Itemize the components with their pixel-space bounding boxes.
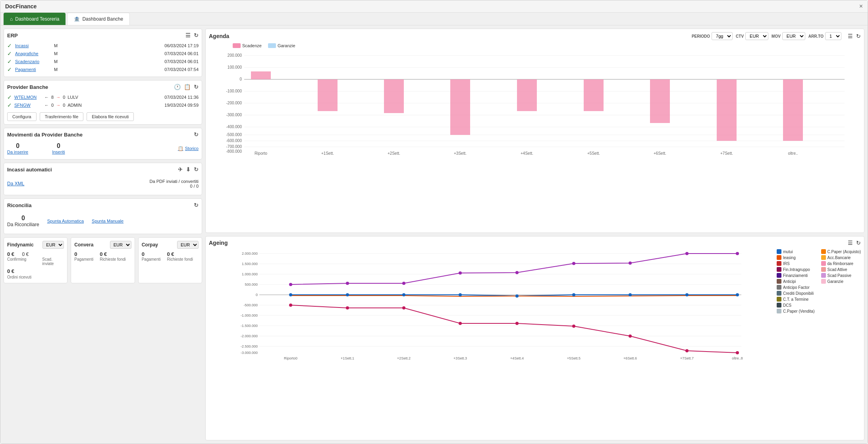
tab-dashboard-banche[interactable]: 🏦 Dashboard Banche [67, 13, 130, 25]
svg-text:-1.500.000: -1.500.000 [241, 324, 258, 328]
arrow-left-sfngw: ← [44, 103, 49, 108]
trasferimento-file-button[interactable]: Trasferimento file [40, 112, 84, 121]
convera-currency-select[interactable]: EUR [110, 241, 131, 249]
title-bar: DocFinance × [0, 0, 868, 13]
legend-garanzie: Garanzie [268, 43, 295, 48]
check-sfngw: ✓ [7, 102, 12, 108]
anticipo-factor-label: Anticipo Factor [783, 285, 810, 290]
periodo-label: PERIODO [692, 34, 710, 38]
tab-tesoreria-label: Dashboard Tesoreria [15, 16, 59, 22]
inseriti-link[interactable]: Inseriti [52, 150, 65, 154]
svg-text:+2Sett.2: +2Sett.2 [397, 356, 411, 360]
legend-leasing: leasing [777, 255, 815, 260]
svg-point-70 [346, 293, 349, 296]
spunta-automatica-link[interactable]: Spunta Automatica [47, 219, 84, 223]
provider-link-sfngw[interactable]: SFNGW [14, 103, 42, 108]
download-icon[interactable]: ⬇ [186, 166, 191, 173]
da-riconciliare-value: 0 [7, 215, 39, 222]
irs-dot [777, 261, 781, 266]
arrow-right-wtelmon: → [56, 95, 60, 100]
leasing-dot [777, 255, 781, 260]
findynamic-currency-select[interactable]: EUR [42, 241, 64, 249]
menu-icon[interactable]: ☰ [185, 32, 191, 38]
svg-text:oltre..8: oltre..8 [732, 356, 743, 360]
ct-termine-dot [777, 297, 781, 302]
erp-link-scadenzario[interactable]: Scadenzario [15, 59, 51, 64]
refresh-icon-agenda[interactable]: ↻ [856, 33, 861, 39]
mov-select[interactable]: EUR [782, 32, 805, 40]
provider-link-wtelmon[interactable]: WTELMON [14, 95, 42, 100]
erp-link-anagrafiche[interactable]: Anagrafiche [15, 51, 51, 56]
spunta-manuale-link[interactable]: Spunta Manuale [92, 219, 123, 223]
tab-dashboard-tesoreria[interactable]: ⌂ Dashboard Tesoreria [4, 13, 66, 25]
svg-point-69 [289, 293, 292, 296]
menu-icon-ageing[interactable]: ☰ [848, 240, 853, 246]
refresh-icon[interactable]: ↻ [194, 32, 199, 38]
arrow-right-sfngw: → [56, 103, 60, 108]
inserire-link[interactable]: Da inserire [7, 150, 28, 154]
arr-to-select[interactable]: 1 [825, 32, 841, 40]
svg-point-60 [289, 283, 292, 286]
scad-passive-dot [821, 273, 826, 278]
clock-icon[interactable]: 🕐 [174, 84, 181, 90]
anticipi-dot [777, 279, 781, 284]
svg-text:-400.000: -400.000 [226, 125, 242, 129]
svg-point-71 [402, 293, 405, 296]
mutui-label: mutui [783, 250, 793, 254]
da-rimborsare-dot [821, 261, 826, 266]
da-rimborsare-label: da Rimborsare [827, 261, 854, 266]
ctv-select[interactable]: EUR [745, 32, 768, 40]
arrow-left-wtelmon: ← [44, 95, 49, 100]
line-finanziamenti [291, 254, 737, 284]
erp-m-incassi: M [54, 43, 62, 48]
svg-point-61 [346, 282, 349, 285]
riconcilia-icons: ↻ [194, 202, 199, 208]
erp-date-anagrafiche: 07/03/2024 06:01 [164, 51, 199, 56]
svg-text:-2.000.000: -2.000.000 [241, 334, 258, 338]
corpay-currency-select[interactable]: EUR [177, 241, 199, 249]
periodo-select[interactable]: 7gg [712, 32, 733, 40]
svg-point-86 [736, 351, 739, 354]
mov-filter: MOV EUR [772, 32, 805, 40]
line-scad-passive [291, 305, 737, 353]
cpaper-vendita-label: C.Paper (Vendita) [783, 309, 815, 313]
erp-icons: ☰ ↻ [185, 32, 199, 38]
close-button[interactable]: × [859, 3, 863, 10]
erp-panel: ERP ☰ ↻ ✓ Incassi M 06/03/2024 17:19 ✓ A… [4, 29, 202, 77]
refresh-icon-ageing[interactable]: ↻ [856, 240, 861, 246]
check-icon-anagrafiche: ✓ [7, 50, 12, 57]
erp-link-incassi[interactable]: Incassi [15, 43, 51, 48]
svg-point-65 [572, 262, 575, 265]
svg-text:+5Sett.: +5Sett. [587, 151, 600, 156]
refresh-icon-provider[interactable]: ↻ [194, 84, 199, 90]
mutui-dot [777, 249, 781, 254]
svg-point-83 [572, 325, 575, 328]
scad-attive-label: Scad Attive [827, 267, 847, 272]
ageing-legend-col2: C.Paper (Acquisto) Acc.Bancarie da Rimbo… [821, 249, 861, 313]
svg-text:+1Sett.: +1Sett. [321, 151, 334, 156]
agenda-panel: Agenda PERIODO 7gg CTV EUR [205, 29, 864, 233]
menu-icon-agenda[interactable]: ☰ [848, 33, 853, 39]
svg-text:+3Sett.3: +3Sett.3 [453, 356, 467, 360]
provider-banche-title: Provider Banche [7, 84, 48, 90]
doc-icon[interactable]: 📋 [184, 84, 191, 90]
refresh-icon-incassi[interactable]: ↻ [194, 166, 199, 173]
configura-button[interactable]: Configura [7, 112, 37, 121]
storico-link[interactable]: 📋 Storico [178, 146, 199, 151]
legend-ct-termine: C.T. a Termine [777, 297, 815, 302]
inserire-stat: 0 Da inserire [7, 142, 28, 154]
mov-label: MOV [772, 34, 781, 38]
refresh-icon-riconcilia[interactable]: ↻ [194, 202, 199, 208]
elabora-file-button[interactable]: Elabora file ricevuti [87, 112, 134, 121]
corpay-panel: Corpay EUR 0 Pagamenti 0 € Richieste fon… [138, 237, 202, 283]
send-icon[interactable]: ✈ [178, 166, 183, 173]
xml-link[interactable]: Da XML [7, 181, 24, 186]
finanziamenti-label: Finanziamenti [783, 273, 808, 278]
erp-row-pagamenti: ✓ Pagamenti M 07/03/2024 07:54 [7, 65, 199, 73]
erp-row-anagrafiche: ✓ Anagrafiche M 07/03/2024 06:01 [7, 50, 199, 58]
svg-point-81 [459, 322, 462, 325]
dcs-dot [777, 303, 781, 308]
convera-richieste-label: Richieste fondi [100, 257, 126, 261]
erp-link-pagamenti[interactable]: Pagamenti [15, 67, 51, 72]
refresh-icon-movimenti[interactable]: ↻ [194, 131, 199, 138]
